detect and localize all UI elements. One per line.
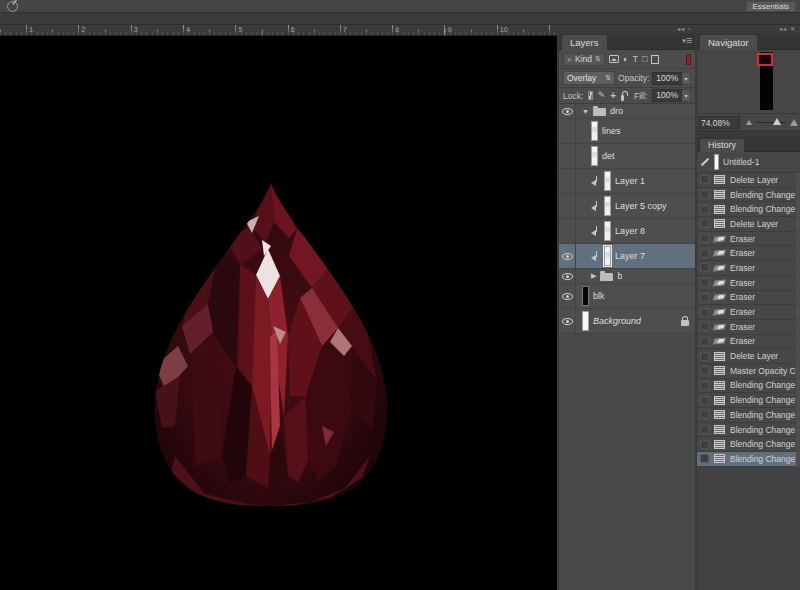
- filter-shape-icon[interactable]: □: [642, 54, 647, 64]
- layer-thumbnail[interactable]: [604, 196, 611, 216]
- tab-layers[interactable]: Layers: [562, 35, 607, 50]
- history-source-well[interactable]: [700, 381, 709, 390]
- lock-pixels-icon[interactable]: ✎: [598, 91, 606, 100]
- history-step-blending-change[interactable]: Blending Change: [697, 202, 800, 217]
- history-step-blending-change[interactable]: Blending Change: [697, 437, 800, 452]
- history-snapshot-row[interactable]: Untitled-1: [697, 152, 800, 173]
- history-source-well[interactable]: [700, 352, 709, 361]
- history-source-well[interactable]: [700, 263, 709, 272]
- tab-navigator[interactable]: Navigator: [700, 35, 757, 50]
- layer-thumbnail[interactable]: [604, 171, 611, 191]
- layer-row-dro[interactable]: ▼dro: [559, 104, 695, 119]
- history-source-well[interactable]: [700, 293, 709, 302]
- layers-panel-menu-icon[interactable]: ▾☰: [682, 37, 692, 45]
- visibility-toggle[interactable]: [559, 169, 576, 193]
- history-step-eraser[interactable]: Eraser: [697, 246, 800, 261]
- panel-collapse-icons[interactable]: ◂◂ ▫: [559, 25, 695, 33]
- history-source-well[interactable]: [700, 410, 709, 419]
- history-source-well[interactable]: [700, 190, 709, 199]
- history-step-eraser[interactable]: Eraser: [697, 291, 800, 306]
- history-step-blending-change[interactable]: Blending Change: [697, 423, 800, 438]
- history-step-blending-change[interactable]: Blending Change: [697, 393, 800, 408]
- zoom-slider[interactable]: [756, 122, 786, 123]
- history-step-delete-layer[interactable]: Delete Layer: [697, 173, 800, 188]
- history-step-eraser[interactable]: Eraser: [697, 232, 800, 247]
- history-step-eraser[interactable]: Eraser: [697, 276, 800, 291]
- layer-row-layer-1[interactable]: Layer 1: [559, 169, 695, 194]
- history-step-eraser[interactable]: Eraser: [697, 320, 800, 335]
- visibility-toggle[interactable]: [559, 104, 576, 118]
- layer-thumbnail[interactable]: [604, 246, 611, 266]
- visibility-toggle[interactable]: [559, 244, 576, 268]
- lock-all-icon[interactable]: [621, 95, 624, 101]
- filter-type-icon[interactable]: T: [632, 54, 638, 64]
- layer-filter-toggle[interactable]: [686, 54, 691, 65]
- filter-kind-dropdown[interactable]: ⌕ Kind ⇅: [563, 53, 605, 66]
- history-source-well[interactable]: [700, 219, 709, 228]
- panel-collapse-icons[interactable]: ◂◂ ✕: [697, 25, 800, 33]
- history-brush-icon[interactable]: [701, 158, 709, 166]
- history-source-well[interactable]: [700, 308, 709, 317]
- visibility-toggle[interactable]: [559, 309, 576, 333]
- layer-thumbnail[interactable]: [591, 146, 598, 166]
- layer-row-det[interactable]: det: [559, 144, 695, 169]
- history-step-eraser[interactable]: Eraser: [697, 261, 800, 276]
- zoom-in-icon[interactable]: [790, 119, 798, 126]
- layer-thumbnail[interactable]: [582, 311, 589, 331]
- history-step-blending-change[interactable]: Blending Change: [697, 188, 800, 203]
- horizontal-ruler[interactable]: 12345678910: [0, 25, 557, 36]
- chevron-down-icon[interactable]: ▼: [582, 108, 589, 115]
- layer-row-b[interactable]: ▶b: [559, 269, 695, 284]
- layer-thumbnail[interactable]: [604, 221, 611, 241]
- history-step-eraser[interactable]: Eraser: [697, 335, 800, 350]
- filter-adjustment-icon[interactable]: ◐: [623, 54, 628, 64]
- history-source-well[interactable]: [700, 337, 709, 346]
- chevron-right-icon[interactable]: ▶: [591, 272, 596, 280]
- history-source-well[interactable]: [700, 440, 709, 449]
- history-source-well[interactable]: [700, 366, 709, 375]
- history-source-well[interactable]: [700, 322, 709, 331]
- visibility-toggle[interactable]: [559, 269, 576, 283]
- history-step-delete-layer[interactable]: Delete Layer: [697, 217, 800, 232]
- fill-field[interactable]: 100% ▾: [652, 89, 691, 102]
- history-scrollbar[interactable]: [796, 173, 800, 467]
- layer-thumbnail[interactable]: [582, 286, 589, 306]
- lock-position-icon[interactable]: +: [610, 91, 616, 100]
- layer-row-layer-5-copy[interactable]: Layer 5 copy: [559, 194, 695, 219]
- history-source-well[interactable]: [700, 205, 709, 214]
- layer-thumbnail[interactable]: [591, 121, 598, 141]
- history-step-master-opacity-change[interactable]: Master Opacity Change: [697, 364, 800, 379]
- filter-smart-object-icon[interactable]: [651, 55, 659, 64]
- layer-row-lines[interactable]: lines: [559, 119, 695, 144]
- history-source-well[interactable]: [700, 249, 709, 258]
- layer-row-layer-7[interactable]: Layer 7: [559, 244, 695, 269]
- opacity-field[interactable]: 100% ▾: [652, 72, 691, 85]
- visibility-toggle[interactable]: [559, 284, 576, 308]
- navigator-preview[interactable]: [697, 50, 800, 114]
- history-source-well[interactable]: [700, 396, 709, 405]
- tab-history[interactable]: History: [700, 139, 744, 152]
- history-step-blending-change[interactable]: Blending Change: [697, 379, 800, 394]
- history-step-delete-layer[interactable]: Delete Layer: [697, 349, 800, 364]
- zoom-out-icon[interactable]: [746, 120, 752, 125]
- filter-pixel-icon[interactable]: [609, 55, 619, 63]
- visibility-toggle[interactable]: [559, 219, 576, 243]
- layer-row-blk[interactable]: blk: [559, 284, 695, 309]
- history-source-well[interactable]: [700, 454, 709, 463]
- history-source-well[interactable]: [700, 278, 709, 287]
- layer-row-layer-8[interactable]: Layer 8: [559, 219, 695, 244]
- visibility-toggle[interactable]: [559, 194, 576, 218]
- navigator-zoom-value[interactable]: 74.08%: [698, 116, 740, 129]
- history-step-eraser[interactable]: Eraser: [697, 305, 800, 320]
- navigator-view-box[interactable]: [757, 53, 773, 66]
- brush-tool-icon[interactable]: [7, 1, 18, 12]
- canvas[interactable]: [0, 36, 557, 590]
- blend-mode-select[interactable]: Overlay ⇅: [563, 71, 615, 85]
- visibility-toggle[interactable]: [559, 119, 576, 143]
- history-step-blending-change[interactable]: Blending Change: [697, 452, 800, 467]
- layer-row-background[interactable]: Background: [559, 309, 695, 334]
- workspace-switcher-button[interactable]: Essentials: [746, 1, 796, 12]
- visibility-toggle[interactable]: [559, 144, 576, 168]
- lock-transparency-icon[interactable]: [588, 91, 592, 100]
- history-source-well[interactable]: [700, 425, 709, 434]
